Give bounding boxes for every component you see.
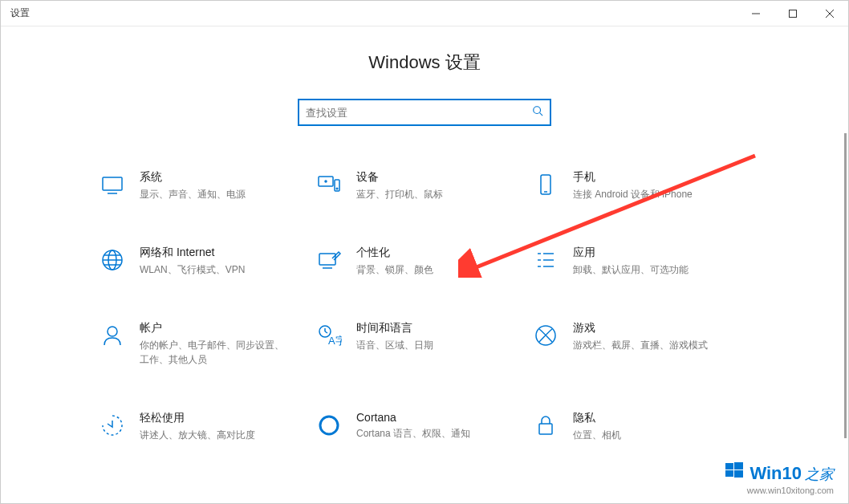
category-desc: 游戏栏、截屏、直播、游戏模式 <box>573 338 717 352</box>
svg-rect-6 <box>103 177 122 190</box>
lock-icon <box>533 413 559 438</box>
cortana-icon <box>316 413 342 438</box>
personalization-icon <box>316 247 342 273</box>
search-box[interactable] <box>298 99 551 126</box>
svg-rect-37 <box>725 463 733 469</box>
category-network[interactable]: 网络和 Internet WLAN、飞行模式、VPN <box>100 246 316 277</box>
watermark-url: www.win10xitong.com <box>725 486 834 495</box>
system-icon <box>100 172 125 197</box>
category-desc: Cortana 语言、权限、通知 <box>356 426 501 441</box>
svg-point-27 <box>108 327 117 336</box>
window-title: 设置 <box>10 6 30 20</box>
ease-of-access-icon <box>100 413 125 438</box>
category-title: 个性化 <box>356 246 533 260</box>
watermark: Win10 之家 www.win10xitong.com <box>725 461 834 495</box>
category-desc: 显示、声音、通知、电源 <box>140 187 284 201</box>
category-privacy[interactable]: 隐私 位置、相机 <box>533 411 749 442</box>
svg-point-33 <box>320 417 338 434</box>
apps-icon <box>533 247 559 273</box>
maximize-button[interactable] <box>774 1 811 26</box>
category-devices[interactable]: 设备 蓝牙、打印机、鼠标 <box>316 170 533 201</box>
category-desc: WLAN、飞行模式、VPN <box>140 262 284 277</box>
svg-point-4 <box>534 107 541 114</box>
category-title: 系统 <box>140 170 316 185</box>
category-title: 应用 <box>573 246 749 260</box>
category-desc: 语音、区域、日期 <box>356 338 501 352</box>
category-title: 隐私 <box>573 411 749 425</box>
category-desc: 背景、锁屏、颜色 <box>356 262 501 277</box>
xbox-icon <box>533 323 559 348</box>
category-gaming[interactable]: 游戏 游戏栏、截屏、直播、游戏模式 <box>533 321 749 367</box>
svg-rect-39 <box>725 470 733 477</box>
scrollbar-thumb[interactable] <box>844 133 847 438</box>
settings-grid: 系统 显示、声音、通知、电源 设备 蓝牙、打印机、鼠标 手机 连接 Androi… <box>87 170 762 442</box>
category-accounts[interactable]: 帐户 你的帐户、电子邮件、同步设置、工作、其他人员 <box>100 321 316 367</box>
minimize-button[interactable] <box>737 1 774 26</box>
category-cortana[interactable]: Cortana Cortana 语言、权限、通知 <box>316 411 533 442</box>
category-title: 手机 <box>573 170 749 185</box>
devices-icon <box>316 172 342 197</box>
category-title: 帐户 <box>140 321 316 335</box>
category-phone[interactable]: 手机 连接 Android 设备和 iPhone <box>533 170 749 201</box>
category-title: 设备 <box>356 170 533 185</box>
category-personalization[interactable]: 个性化 背景、锁屏、颜色 <box>316 246 533 277</box>
content-area: Windows 设置 系统 显示、声音、通知、电源 设备 蓝牙、打 <box>1 26 848 442</box>
svg-line-30 <box>325 331 327 333</box>
category-desc: 卸载、默认应用、可选功能 <box>573 262 717 277</box>
person-icon <box>100 323 125 348</box>
window-controls <box>737 1 848 26</box>
search-icon <box>532 105 543 120</box>
svg-rect-40 <box>734 470 743 478</box>
category-desc: 位置、相机 <box>573 428 717 442</box>
category-desc: 讲述人、放大镜、高对比度 <box>140 428 284 442</box>
svg-rect-38 <box>734 462 743 469</box>
svg-rect-19 <box>319 254 335 265</box>
category-title: Cortana <box>356 411 533 424</box>
category-apps[interactable]: 应用 卸载、默认应用、可选功能 <box>533 246 749 277</box>
close-button[interactable] <box>811 1 848 26</box>
category-title: 时间和语言 <box>356 321 533 335</box>
category-ease-of-access[interactable]: 轻松使用 讲述人、放大镜、高对比度 <box>100 411 316 442</box>
svg-rect-34 <box>539 424 552 434</box>
windows-logo-icon <box>725 461 743 479</box>
titlebar: 设置 <box>1 1 848 26</box>
svg-rect-1 <box>790 10 797 17</box>
search-input[interactable] <box>306 107 532 119</box>
category-title: 游戏 <box>573 321 749 335</box>
svg-point-11 <box>336 188 338 189</box>
svg-line-5 <box>540 113 543 116</box>
svg-text:A字: A字 <box>328 335 342 347</box>
category-desc: 连接 Android 设备和 iPhone <box>573 187 717 201</box>
category-desc: 你的帐户、电子邮件、同步设置、工作、其他人员 <box>140 338 284 367</box>
category-time-language[interactable]: A字 时间和语言 语音、区域、日期 <box>316 321 533 367</box>
category-title: 轻松使用 <box>140 411 316 425</box>
category-system[interactable]: 系统 显示、声音、通知、电源 <box>100 170 316 201</box>
watermark-brand-cn: 之家 <box>805 465 834 484</box>
page-title: Windows 设置 <box>1 51 848 75</box>
watermark-brand: Win10 <box>749 463 802 484</box>
globe-icon <box>100 247 125 273</box>
time-language-icon: A字 <box>316 323 342 348</box>
category-desc: 蓝牙、打印机、鼠标 <box>356 187 501 201</box>
category-title: 网络和 Internet <box>140 246 316 260</box>
svg-point-10 <box>325 181 327 182</box>
phone-icon <box>533 172 559 197</box>
